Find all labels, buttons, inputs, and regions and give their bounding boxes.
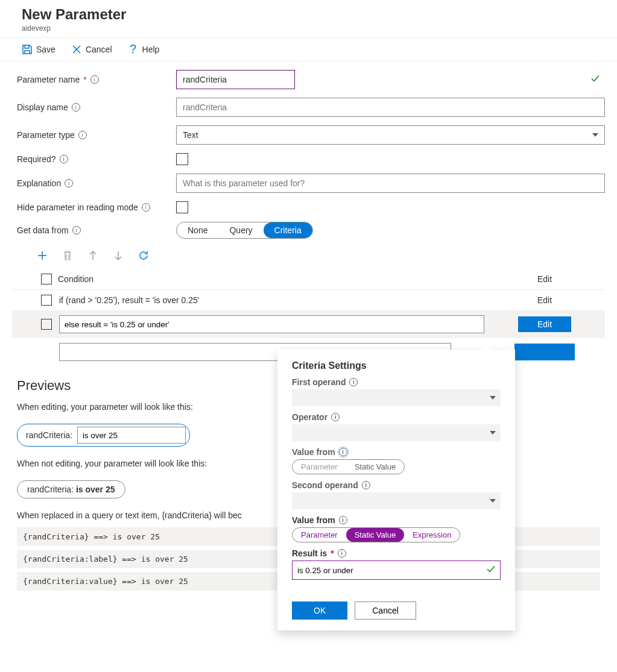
- info-icon[interactable]: i: [349, 378, 358, 386]
- value-from-1-group: Parameter Static Value: [292, 459, 405, 474]
- preview-editing-pill: randCriteria:: [17, 424, 190, 447]
- save-button[interactable]: Save: [22, 44, 55, 55]
- display-name-input[interactable]: [176, 98, 605, 117]
- page-header: New Parameter aidevexp: [0, 0, 617, 38]
- command-bar: Save Cancel ? Help: [0, 38, 617, 61]
- required-asterisk: *: [83, 75, 86, 84]
- vf2-option-static[interactable]: Static Value: [346, 528, 404, 542]
- vf1-option-parameter[interactable]: Parameter: [293, 460, 346, 474]
- help-button[interactable]: ? Help: [128, 44, 160, 55]
- vf2-option-parameter[interactable]: Parameter: [293, 528, 346, 542]
- info-icon[interactable]: i: [72, 226, 81, 234]
- required-checkbox[interactable]: [176, 153, 188, 165]
- row-edit-button[interactable]: Edit: [518, 316, 571, 332]
- info-icon[interactable]: i: [78, 131, 87, 139]
- close-icon: [71, 44, 82, 55]
- check-icon: [590, 74, 600, 86]
- value-from-2-group: Parameter Static Value Expression: [292, 527, 460, 542]
- refresh-icon[interactable]: [138, 250, 150, 262]
- chevron-down-icon: [592, 133, 598, 137]
- popup-title: Criteria Settings: [292, 360, 501, 371]
- operator-dropdown[interactable]: [292, 424, 501, 441]
- first-operand-label: First operand i: [292, 377, 501, 387]
- display-name-label: Display name i: [17, 102, 176, 112]
- value-from-2-label: Value from i: [292, 515, 501, 525]
- pill-option-criteria[interactable]: Criteria: [264, 222, 312, 238]
- chevron-down-icon: [490, 396, 496, 400]
- parameter-name-input[interactable]: [176, 70, 295, 89]
- help-icon: ?: [128, 44, 139, 55]
- hide-param-label: Hide parameter in reading mode i: [17, 203, 176, 212]
- row-checkbox[interactable]: [41, 295, 52, 306]
- parameter-name-label: Parameter name * i: [17, 75, 176, 84]
- info-icon[interactable]: i: [60, 155, 68, 163]
- row-text: if (rand > '0.25'), result = 'is over 0.…: [59, 295, 199, 305]
- criteria-settings-popup: Criteria Settings First operand i Operat…: [277, 350, 515, 606]
- grid-row: if (rand > '0.25'), result = 'is over 0.…: [12, 290, 605, 310]
- check-icon: [486, 565, 496, 576]
- criteria-toolbar: [0, 247, 617, 269]
- save-icon: [22, 44, 33, 55]
- row-edit-button-empty[interactable]: [514, 344, 575, 360]
- info-icon[interactable]: i: [72, 103, 80, 111]
- move-up-icon[interactable]: [87, 250, 99, 262]
- get-data-from-label: Get data from i: [17, 225, 176, 235]
- operator-label: Operator i: [292, 412, 501, 422]
- grid-header: Condition Edit: [12, 269, 605, 290]
- get-data-from-group: None Query Criteria: [176, 222, 313, 239]
- page-title: New Parameter: [22, 6, 595, 23]
- result-is-input[interactable]: [292, 561, 501, 580]
- preview-pill2-value: is over 25: [76, 485, 115, 494]
- edit-header: Edit: [484, 274, 605, 284]
- popup-actions: OK Cancel: [292, 601, 501, 606]
- preview-pill-label: randCriteria:: [26, 430, 72, 440]
- result-is-label: Result is * i: [292, 548, 501, 558]
- preview-pill2-label: randCriteria:: [27, 485, 74, 494]
- help-label: Help: [142, 45, 160, 54]
- ok-button[interactable]: OK: [292, 601, 347, 606]
- second-operand-label: Second operand i: [292, 480, 501, 490]
- explanation-input[interactable]: [176, 174, 605, 193]
- parameter-type-select[interactable]: Text: [176, 125, 605, 145]
- hide-param-checkbox[interactable]: [176, 201, 188, 213]
- preview-pill-input[interactable]: [77, 427, 186, 444]
- pill-option-query[interactable]: Query: [218, 222, 263, 238]
- delete-icon[interactable]: [62, 250, 74, 262]
- vf2-option-expression[interactable]: Expression: [404, 528, 460, 542]
- cancel-popup-button[interactable]: Cancel: [355, 601, 416, 606]
- select-all-checkbox[interactable]: [41, 274, 52, 284]
- info-icon[interactable]: i: [362, 481, 370, 489]
- parameter-type-label: Parameter type i: [17, 130, 176, 140]
- row-checkbox[interactable]: [41, 319, 52, 330]
- explanation-label: Explanation i: [17, 178, 176, 188]
- form-section: Parameter name * i Display name i Parame…: [0, 61, 617, 239]
- add-icon[interactable]: [36, 250, 48, 262]
- row-edit-link[interactable]: Edit: [537, 295, 552, 305]
- preview-readonly-pill: randCriteria: is over 25: [17, 480, 125, 498]
- cancel-label: Cancel: [86, 45, 112, 54]
- required-asterisk: *: [331, 548, 334, 558]
- condition-header: Condition: [58, 274, 93, 284]
- info-icon[interactable]: i: [331, 413, 340, 421]
- info-icon[interactable]: i: [90, 75, 99, 84]
- info-icon[interactable]: i: [142, 203, 150, 212]
- grid-row: Edit: [12, 310, 605, 338]
- first-operand-dropdown[interactable]: [292, 389, 501, 406]
- chevron-down-icon: [490, 431, 496, 435]
- save-label: Save: [36, 45, 55, 54]
- row-input[interactable]: [59, 315, 484, 333]
- info-icon[interactable]: i: [339, 448, 347, 456]
- required-label: Required? i: [17, 154, 176, 164]
- info-icon[interactable]: i: [339, 516, 347, 524]
- cancel-button[interactable]: Cancel: [71, 44, 112, 55]
- pill-option-none[interactable]: None: [177, 222, 218, 238]
- move-down-icon[interactable]: [112, 250, 124, 262]
- value-from-1-label: Value from i: [292, 447, 501, 457]
- svg-text:?: ?: [130, 43, 136, 55]
- info-icon[interactable]: i: [338, 549, 346, 557]
- second-operand-dropdown[interactable]: [292, 492, 501, 509]
- chevron-down-icon: [490, 499, 496, 503]
- info-icon[interactable]: i: [65, 179, 73, 187]
- vf1-option-static[interactable]: Static Value: [346, 460, 404, 474]
- page-subtitle: aidevexp: [22, 24, 595, 33]
